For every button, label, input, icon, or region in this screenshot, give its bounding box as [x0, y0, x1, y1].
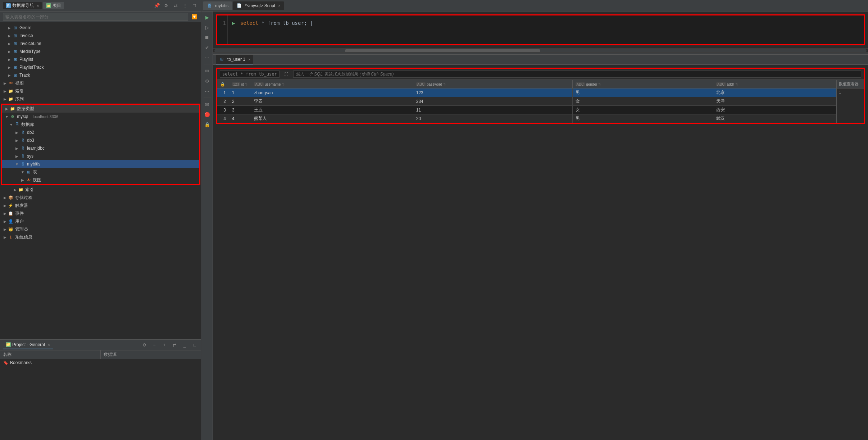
results-table-wrapper: select * from tb_user ⛶ 🔒 [216, 68, 865, 124]
tree-item-proc[interactable]: 📦 存储过程 [0, 194, 201, 201]
tree-item-playlist[interactable]: ⊞ Playlist [0, 55, 201, 63]
mail-btn[interactable]: ✉ [203, 67, 212, 75]
alert-btn[interactable]: 🔴 [203, 110, 212, 119]
mail-btn2[interactable]: ✉ [203, 100, 212, 109]
tree-item-invoice[interactable]: ⊞ Invoice [0, 32, 201, 40]
tree-item-user[interactable]: 👤 用户 [0, 217, 201, 225]
tree-item-database-group[interactable]: 🗄 数据库 [2, 121, 199, 128]
th-password[interactable]: ABC password ⇅ [413, 80, 572, 89]
editor-tab-bar: 🗄 mybitis 📄 *<mysql> Script × [201, 0, 868, 12]
commit-btn[interactable]: ✔ [203, 43, 212, 52]
sql-rest: * from tb_user; [262, 20, 307, 26]
row-num-3: 3 [217, 106, 229, 114]
debug-btn[interactable]: ▷ [203, 23, 212, 32]
tree-item-datatype[interactable]: 📁 数据类型 [2, 105, 199, 113]
toolbar-close-btn[interactable]: □ [190, 2, 198, 10]
table-row[interactable]: 4 4 熊某人 20 男 武汉 [217, 114, 836, 123]
table-row[interactable]: 1 1 zhangsan 123 男 北京 [217, 89, 836, 97]
table-row[interactable]: 3 3 王五 11 女 西安 [217, 106, 836, 114]
toolbar-pin-btn[interactable]: 📌 [153, 2, 161, 10]
tree-item-sys[interactable]: 🛢 sys [2, 152, 199, 160]
cell-gender-1: 男 [572, 89, 713, 97]
tree-item-trigger[interactable]: ⚡ 触发器 [0, 201, 201, 209]
tree-item-db2[interactable]: 🛢 db2 [2, 128, 199, 136]
label-sys: sys [27, 154, 33, 159]
project-expand-btn[interactable]: ⇄ [171, 341, 178, 349]
expand-btn[interactable]: ⛶ [282, 70, 290, 78]
results-tab-tbuser[interactable]: ⊞ tb_user 1 × [216, 55, 253, 64]
project-fullscreen-btn[interactable]: □ [191, 341, 198, 349]
tree-item-db3[interactable]: 🛢 db3 [2, 136, 199, 144]
tree-item-playlisttrack[interactable]: ⊞ PlaylistTrack [0, 63, 201, 71]
row-num-1: 1 [217, 89, 229, 97]
arrow-database [9, 122, 13, 127]
filter-input[interactable] [293, 71, 861, 78]
project-row-bookmarks[interactable]: 🔖 Bookmarks [0, 359, 201, 366]
tree-item-sysinfo[interactable]: ℹ 系统信息 [0, 233, 201, 241]
project-plus-btn[interactable]: + [161, 341, 168, 349]
tab-db-navigator[interactable]: 🗄 数据库导航 × [3, 2, 42, 9]
th-addr-label: ABC addr ⇅ [716, 82, 738, 86]
arrow-admin [3, 227, 7, 231]
tree-item-event[interactable]: 📋 事件 [0, 209, 201, 217]
bookmarks-label: Bookmarks [10, 360, 32, 365]
row-num-4: 4 [217, 114, 229, 123]
script-tab-close[interactable]: × [278, 4, 280, 8]
tree-item-mediatype[interactable]: ⊞ MediaType [0, 47, 201, 55]
toolbar-more-btn[interactable]: ⋮ [181, 2, 189, 10]
tree-item-mysql-root[interactable]: ⚙ mysql - localhost:3306 [2, 113, 199, 121]
th-gender[interactable]: ABC gender ⇅ [572, 80, 713, 89]
tree-item-index[interactable]: 📁 索引 [0, 87, 201, 95]
tab-db-navigator-close[interactable]: × [37, 4, 39, 8]
tree-item-admin[interactable]: 👑 管理员 [0, 225, 201, 233]
tab-db-navigator-label: 数据库导航 [12, 3, 34, 9]
tree-item-mybitis[interactable]: 🛢 mybitis [2, 160, 199, 168]
label-trigger: 触发器 [15, 203, 28, 209]
project-minus-btn[interactable]: − [151, 341, 158, 349]
tree-item-table-group[interactable]: ⊞ 表 [2, 168, 199, 176]
results-tab-close[interactable]: × [248, 57, 250, 62]
sql-editor[interactable]: ▶ select * from tb_user; [228, 15, 864, 44]
th-gender-label: ABC gender ⇅ [576, 82, 601, 86]
lock-btn[interactable]: 🔒 [203, 120, 212, 129]
label-views: 视图 [15, 80, 24, 86]
project-minimize-btn[interactable]: _ [181, 341, 188, 349]
h-scrollbar[interactable] [214, 49, 867, 52]
filter-button[interactable]: 🔽 [190, 13, 198, 21]
h-scrollbar-thumb [345, 49, 541, 52]
label-genre: Genre [19, 25, 31, 30]
tree-item-sequence[interactable]: 📁 序列 [0, 95, 201, 103]
gender-type-badge: ABC [576, 82, 585, 86]
tab-project-general[interactable]: 📁 Project - General × [3, 341, 53, 349]
editor-tab-script[interactable]: 📄 *<mysql> Script × [233, 1, 284, 10]
project-general-close[interactable]: × [48, 343, 50, 347]
stop-btn[interactable]: ⏹ [203, 33, 212, 42]
tree-item-genre[interactable]: ⊞ Genre [0, 24, 201, 32]
tree-item-views[interactable]: 👁 视图 [0, 79, 201, 87]
toolbar-settings-btn[interactable]: ⚙ [162, 2, 170, 10]
search-input[interactable] [3, 13, 188, 21]
tree-item-viewgroup[interactable]: 👁 视图 [2, 176, 199, 184]
tree-item-index2[interactable]: 📁 索引 [0, 186, 201, 194]
th-id[interactable]: 123 id ⇅ [229, 80, 251, 89]
username-sort-icon: ⇅ [282, 83, 285, 86]
folder-icon-index: 📁 [8, 88, 14, 94]
th-id-label: 123 id ⇅ [232, 82, 248, 86]
project-settings-btn[interactable]: ⚙ [141, 341, 148, 349]
table-row[interactable]: 2 2 李四 234 女 天津 [217, 97, 836, 106]
run-btn[interactable]: ▶ [203, 13, 212, 22]
tree-item-learnjdbc[interactable]: 🛢 learnjdbc [2, 144, 199, 152]
tab-project[interactable]: 📁 项目 [43, 2, 64, 9]
results-tab-label: tb_user 1 [227, 57, 245, 62]
toolbar-sync-btn[interactable]: ⇄ [172, 2, 179, 10]
tree-item-track[interactable]: ⊞ Track [0, 71, 201, 79]
editor-tab-mybitis[interactable]: 🗄 mybitis [203, 1, 232, 10]
th-addr[interactable]: ABC addr ⇅ [713, 80, 836, 89]
more-btn2[interactable]: ⋯ [203, 87, 212, 95]
settings-btn2[interactable]: ⚙ [203, 77, 212, 85]
more-btn1[interactable]: ⋯ [203, 53, 212, 62]
tree-item-invoiceline[interactable]: ⊞ InvoiceLine [0, 40, 201, 47]
h-scroll-area [213, 48, 868, 53]
cell-id-1: 1 [229, 89, 251, 97]
th-username[interactable]: ABC username ⇅ [251, 80, 413, 89]
